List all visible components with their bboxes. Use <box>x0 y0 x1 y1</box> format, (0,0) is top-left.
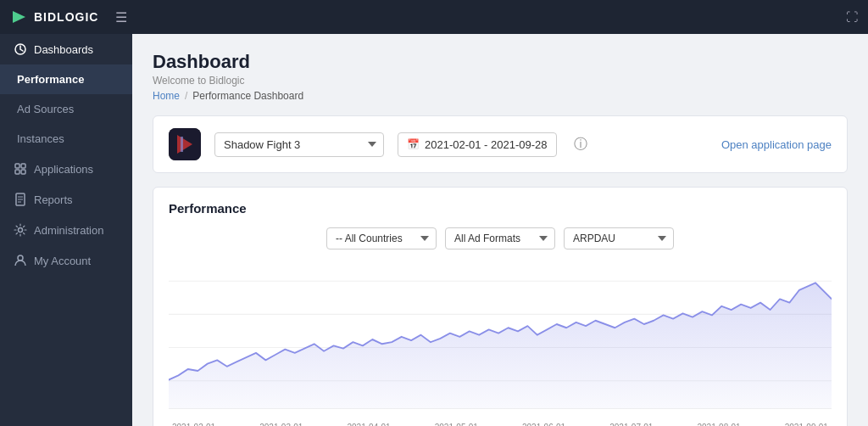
logo-text: BIDLOGIC <box>34 10 98 24</box>
page-title: Dashboard <box>153 51 848 73</box>
sidebar-ad-sources-label: Ad Sources <box>17 103 74 115</box>
dashboard-icon <box>14 42 27 56</box>
metric-filter[interactable]: ARPDAU <box>564 227 674 249</box>
sidebar-item-dashboards[interactable]: Dashboards <box>0 34 132 64</box>
svg-point-11 <box>18 255 23 261</box>
open-app-link[interactable]: Open application page <box>721 138 832 151</box>
date-range-selector[interactable]: 📅 2021-02-01 - 2021-09-28 <box>398 132 557 157</box>
page-header: Dashboard Welcome to Bidlogic Home / Per… <box>153 51 848 102</box>
breadcrumb-current: Performance Dashboard <box>192 90 303 102</box>
chart-label-1: 2021-03-01 <box>259 423 303 426</box>
sidebar-item-administration[interactable]: Administration <box>0 215 132 245</box>
chart-label-0: 2021-02-01 <box>172 423 215 426</box>
logo-icon <box>10 8 29 26</box>
chart-label-5: 2021-07-01 <box>609 423 653 426</box>
svg-point-10 <box>19 228 23 233</box>
applications-icon <box>14 162 27 176</box>
performance-title: Performance <box>169 201 832 216</box>
page-subtitle: Welcome to Bidlogic <box>153 75 848 87</box>
sidebar-item-applications[interactable]: Applications <box>0 154 132 184</box>
breadcrumb-home[interactable]: Home <box>153 90 180 102</box>
reports-icon <box>14 193 27 206</box>
calendar-icon: 📅 <box>407 138 420 150</box>
performance-filters: -- All Countries All Ad Formats ARPDAU <box>169 227 832 249</box>
chart-label-6: 2021-08-01 <box>698 423 741 426</box>
chart-label-7: 2021-09-01 <box>785 423 828 426</box>
chart-label-2: 2021-04-01 <box>348 423 391 426</box>
logo: BIDLOGIC <box>10 8 98 26</box>
topbar: BIDLOGIC ☰ ⛶ <box>0 0 868 34</box>
sidebar-instances-label: Instances <box>17 132 64 145</box>
app-selector-card: Shadow Fight 3 📅 2021-02-01 - 2021-09-28… <box>153 115 848 173</box>
account-icon <box>14 254 27 267</box>
performance-card: Performance -- All Countries All Ad Form… <box>153 187 848 426</box>
sidebar-performance-label: Performance <box>17 73 84 86</box>
sidebar-item-instances[interactable]: Instances <box>0 124 132 154</box>
formats-filter[interactable]: All Ad Formats <box>445 227 555 249</box>
app-thumbnail <box>169 128 201 160</box>
expand-icon[interactable]: ⛶ <box>846 10 858 24</box>
breadcrumb-separator: / <box>185 90 187 102</box>
svg-rect-2 <box>15 164 19 168</box>
svg-marker-0 <box>13 11 25 23</box>
svg-rect-3 <box>21 164 25 168</box>
sidebar-applications-label: Applications <box>34 163 93 176</box>
sidebar-my-account-label: My Account <box>34 255 91 267</box>
svg-rect-14 <box>181 137 183 152</box>
sidebar-item-reports[interactable]: Reports <box>0 184 132 215</box>
help-icon[interactable]: ⓘ <box>574 136 587 154</box>
sidebar-item-my-account[interactable]: My Account <box>0 245 132 276</box>
countries-filter[interactable]: -- All Countries <box>326 227 437 249</box>
sidebar-reports-label: Reports <box>34 193 73 206</box>
administration-icon <box>14 223 27 237</box>
chart-label-3: 2021-05-01 <box>435 423 478 426</box>
sidebar-administration-label: Administration <box>34 224 103 237</box>
chart-x-labels: 2021-02-01 2021-03-01 2021-04-01 2021-05… <box>169 423 832 426</box>
app-selector-dropdown[interactable]: Shadow Fight 3 <box>214 132 384 157</box>
svg-rect-4 <box>15 170 19 174</box>
sidebar: Dashboards Performance Ad Sources Instan… <box>0 34 132 426</box>
chart-label-4: 2021-06-01 <box>522 423 565 426</box>
sidebar-item-performance[interactable]: Performance <box>0 64 132 94</box>
breadcrumb: Home / Performance Dashboard <box>153 90 848 102</box>
sidebar-item-ad-sources[interactable]: Ad Sources <box>0 94 132 124</box>
hamburger-icon[interactable]: ☰ <box>115 9 127 25</box>
date-range-text: 2021-02-01 - 2021-09-28 <box>425 138 548 151</box>
performance-chart <box>169 263 832 416</box>
main-content: Dashboard Welcome to Bidlogic Home / Per… <box>132 34 868 426</box>
app-icon <box>169 128 201 160</box>
sidebar-dashboards-label: Dashboards <box>34 43 93 56</box>
svg-rect-5 <box>21 170 25 174</box>
chart-svg <box>169 263 832 416</box>
